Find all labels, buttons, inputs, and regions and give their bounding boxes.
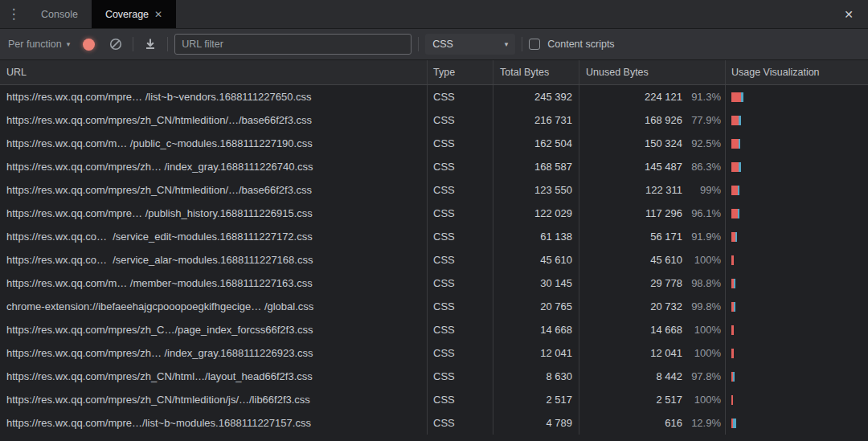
more-tools-menu-button[interactable]: ⋮ [0, 0, 27, 28]
url-filter-input[interactable] [174, 34, 411, 55]
column-header-url[interactable]: URL [0, 60, 428, 84]
url-text: https://res.wx.qq.com/mpres/zh_CN/htmled… [6, 114, 312, 126]
type-cell: CSS [428, 132, 493, 155]
tab-console[interactable]: Console [27, 0, 92, 28]
unused-bytes-value: 20 732 [586, 300, 682, 312]
table-row[interactable]: https://res.wx.qq.co… /service_alar~modu… [0, 248, 868, 272]
content-scripts-toggle[interactable]: Content scripts [529, 39, 614, 50]
unused-percent-value: 12.9% [682, 417, 721, 429]
url-text: https://res.wx.qq.com/mpres/zh_CN/htmled… [6, 184, 312, 196]
usage-visualization-cell [726, 108, 868, 132]
unused-bar [731, 349, 734, 358]
checkbox-icon[interactable] [529, 39, 540, 50]
toolbar-separator [133, 37, 133, 51]
table-row[interactable]: https://res.wx.qq.co… /service_edit~modu… [0, 225, 868, 248]
record-button[interactable] [78, 34, 99, 55]
unused-bytes-cell: 122 311 99% [579, 178, 726, 202]
total-bytes-cell: 122 029 [493, 202, 579, 225]
unused-bytes-value: 45 610 [586, 254, 682, 266]
tab-coverage[interactable]: Coverage ✕ [92, 0, 176, 28]
unused-bytes-cell: 8 442 97.8% [579, 365, 726, 388]
table-row[interactable]: https://res.wx.qq.com/mpres/zh_C…/page_i… [0, 318, 868, 341]
url-text: https://res.wx.qq.com/mpres/zh_CN/html…/… [6, 370, 313, 382]
usage-bar [731, 116, 741, 125]
used-bar [739, 139, 740, 149]
type-filter-select[interactable]: CSS ▾ [425, 34, 515, 55]
url-text: https://res.wx.qq.com/mpres/zh_CN/htmled… [6, 394, 310, 406]
unused-bar [731, 395, 733, 405]
total-bytes-cell: 45 610 [493, 248, 579, 272]
unused-bytes-cell: 20 732 99.8% [579, 295, 726, 318]
coverage-table-header: URL Type Total Bytes Unused Bytes Usage … [0, 60, 868, 85]
table-row[interactable]: https://res.wx.qq.com/m… /public_c~modul… [0, 132, 868, 155]
table-row[interactable]: https://res.wx.qq.com/mpres/zh_CN/html…/… [0, 365, 868, 388]
type-filter-value: CSS [432, 39, 453, 50]
table-row[interactable]: https://res.wx.qq.com/mpre… /list~b~vend… [0, 85, 868, 108]
used-bar [739, 116, 741, 125]
url-text: https://res.wx.qq.com/mpre…/list~b~modul… [6, 417, 311, 429]
usage-visualization-cell [726, 132, 868, 155]
unused-bytes-value: 224 121 [586, 91, 682, 103]
url-cell: https://res.wx.qq.com/mpres/zh… /index_g… [0, 155, 428, 178]
total-bytes-cell: 162 504 [493, 132, 579, 155]
type-cell: CSS [428, 388, 493, 411]
usage-visualization-cell [726, 202, 868, 225]
unused-bar [731, 186, 738, 195]
unused-bytes-value: 56 171 [586, 231, 682, 243]
url-cell: chrome-extension://ibefaeehajgcpooopoegk… [0, 295, 428, 318]
url-text: https://res.wx.qq.com/m… /public_c~modul… [6, 137, 313, 149]
used-bar [733, 419, 736, 428]
unused-percent-value: 100% [682, 394, 721, 406]
table-row[interactable]: https://res.wx.qq.com/mpres/zh… /index_g… [0, 341, 868, 365]
usage-bar [731, 349, 734, 358]
kebab-icon: ⋮ [7, 6, 21, 22]
column-header-usage-visualization[interactable]: Usage Visualization [726, 60, 868, 84]
unused-bytes-cell: 224 121 91.3% [579, 85, 726, 108]
usage-visualization-cell [726, 388, 868, 411]
used-bar [739, 162, 741, 172]
unused-percent-value: 97.8% [682, 370, 721, 382]
table-row[interactable]: https://res.wx.qq.com/mpres/zh_CN/htmled… [0, 388, 868, 411]
tab-coverage-label: Coverage [105, 9, 149, 20]
usage-bar [731, 162, 741, 172]
tab-close-icon[interactable]: ✕ [154, 10, 162, 19]
table-row[interactable]: https://res.wx.qq.com/mpres/zh… /index_g… [0, 155, 868, 178]
table-row[interactable]: https://res.wx.qq.com/m… /member~modules… [0, 272, 868, 295]
table-row[interactable]: https://res.wx.qq.com/mpre… /publish_his… [0, 202, 868, 225]
drawer-close-button[interactable]: ✕ [839, 0, 858, 29]
unused-bytes-value: 29 778 [586, 277, 682, 289]
url-cell: https://res.wx.qq.com/mpre… /publish_his… [0, 202, 428, 225]
table-row[interactable]: https://res.wx.qq.com/mpres/zh_CN/htmled… [0, 108, 868, 132]
used-bar [733, 372, 735, 382]
table-row[interactable]: https://res.wx.qq.com/mpre…/list~b~modul… [0, 411, 868, 435]
per-function-select[interactable]: Per function ▾ [6, 39, 72, 50]
total-bytes-cell: 30 145 [493, 272, 579, 295]
column-header-unused-bytes[interactable]: Unused Bytes [579, 60, 726, 84]
table-row[interactable]: chrome-extension://ibefaeehajgcpooopoegk… [0, 295, 868, 318]
column-header-total-bytes[interactable]: Total Bytes [493, 60, 579, 84]
unused-bar [731, 162, 739, 172]
url-cell: https://res.wx.qq.co… /service_edit~modu… [0, 225, 428, 248]
url-cell: https://res.wx.qq.com/mpres/zh_CN/html…/… [0, 365, 428, 388]
unused-bytes-value: 616 [586, 417, 682, 429]
url-cell: https://res.wx.qq.com/mpres/zh… /index_g… [0, 341, 428, 365]
export-button[interactable] [140, 34, 161, 55]
unused-bar [731, 92, 741, 102]
drawer-tabbar: ⋮ Console Coverage ✕ ✕ [0, 0, 868, 29]
unused-percent-value: 100% [682, 254, 721, 266]
per-function-label: Per function [8, 39, 62, 50]
column-header-type[interactable]: Type [428, 60, 493, 84]
table-row[interactable]: https://res.wx.qq.com/mpres/zh_CN/htmled… [0, 178, 868, 202]
unused-bytes-cell: 45 610 100% [579, 248, 726, 272]
unused-bytes-value: 168 926 [586, 114, 682, 126]
url-text: https://res.wx.qq.com/m… /member~modules… [6, 277, 313, 289]
record-icon [83, 39, 95, 51]
unused-bytes-cell: 150 324 92.5% [579, 132, 726, 155]
usage-visualization-cell [726, 318, 868, 341]
unused-bytes-cell: 616 12.9% [579, 411, 726, 435]
unused-bytes-value: 12 041 [586, 347, 682, 359]
unused-percent-value: 98.8% [682, 277, 721, 289]
total-bytes-cell: 2 517 [493, 388, 579, 411]
clear-button[interactable] [105, 34, 126, 55]
used-bar [741, 92, 743, 102]
